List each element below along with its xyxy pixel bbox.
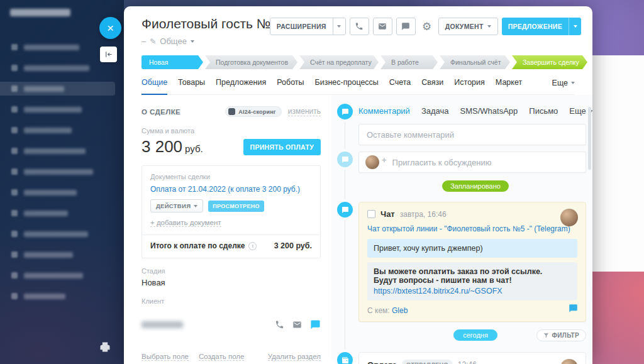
sidebar-item-blurred[interactable]	[0, 227, 115, 241]
call-button[interactable]	[350, 18, 369, 35]
chat-button[interactable]	[396, 18, 416, 35]
offer-button[interactable]: ПРЕДЛОЖЕНИЕ	[502, 18, 581, 35]
header-actions: РАСШИРЕНИЯ ⚙ ДОКУМЕНТ ПРЕДЛ	[270, 18, 581, 35]
timeline-tabs: Комментарий Задача SMS/WhatsApp Письмо Е…	[358, 106, 586, 116]
outgoing-line-2: Будут вопросы - пишите нам в чат!	[374, 276, 571, 285]
sidebar-item-blurred[interactable]	[0, 144, 115, 158]
document-label: ДОКУМЕНТ	[445, 23, 484, 30]
stage-docs-preparation[interactable]: Подготовка документов	[205, 55, 297, 69]
email-button[interactable]	[373, 18, 392, 35]
amount-field-label: Сумма и валюта	[142, 127, 321, 135]
deal-view-mode[interactable]: Общее	[160, 36, 187, 46]
document-button[interactable]: ДОКУМЕНТ	[438, 18, 498, 35]
chat-entry-icon	[337, 202, 353, 218]
chat-card-time: завтра, 16:46	[400, 210, 447, 219]
stage-new[interactable]: Новая	[142, 55, 203, 69]
panel-body: О СДЕЛКЕ AI24-скоринг изменить Сумма и в…	[124, 95, 592, 360]
sidebar-item-blurred[interactable]	[0, 268, 115, 282]
tab-relations[interactable]: Связи	[421, 78, 443, 95]
tab-general[interactable]: Общие	[142, 78, 167, 95]
info-icon[interactable]: i	[248, 242, 257, 250]
select-field-link[interactable]: Выбрать поле	[142, 353, 189, 361]
chat-bubble-icon	[401, 22, 410, 31]
stage-prepayment-invoice[interactable]: Счёт на предоплату	[299, 55, 379, 69]
invite-to-discussion[interactable]: + Пригласить к обсуждению	[358, 152, 586, 173]
planned-badge: Запланировано	[442, 180, 509, 192]
tab-offers[interactable]: Предложения	[216, 78, 266, 95]
deal-subtitle: – ✎ Общее	[142, 36, 270, 46]
sidebar-item-active-blurred[interactable]	[0, 82, 115, 96]
sidebar-item-blurred[interactable]	[0, 248, 115, 262]
contact-name-link[interactable]: Gleb	[392, 306, 408, 315]
phone-icon	[355, 22, 364, 31]
extensions-button[interactable]: РАСШИРЕНИЯ	[270, 18, 346, 35]
tab-invoices[interactable]: Счета	[389, 78, 411, 95]
close-slider-button[interactable]: ×	[99, 17, 121, 39]
tab-market[interactable]: Маркет	[496, 78, 522, 95]
client-row	[142, 314, 321, 335]
filter-button[interactable]: ФИЛЬТР	[536, 329, 587, 341]
client-chat-icon[interactable]	[310, 319, 321, 330]
payment-url-link[interactable]: https://bxtest124.bitrix24.ru/~GSOFX	[374, 287, 571, 295]
sidebar-item-blurred[interactable]	[0, 165, 115, 179]
stage-final-invoice[interactable]: Финальный счёт	[440, 55, 510, 69]
stage-field-value[interactable]: Новая	[142, 278, 321, 287]
payment-card-time: 12:46	[458, 360, 477, 364]
extensions-dropdown-arrow[interactable]	[333, 18, 345, 35]
edit-deal-link[interactable]: изменить	[288, 107, 321, 116]
sidebar-item-blurred[interactable]	[0, 102, 115, 116]
deal-amount: 3 200руб.	[142, 137, 203, 157]
timeline-tab-task[interactable]: Задача	[421, 106, 449, 116]
sidebar-item-blurred[interactable]	[0, 61, 115, 75]
settings-gear-button[interactable]: ⚙	[419, 18, 435, 35]
panel-scrollbar[interactable]	[588, 107, 591, 170]
client-call-icon[interactable]	[275, 320, 284, 329]
extensions-label: РАСШИРЕНИЯ	[270, 18, 333, 35]
tab-products[interactable]: Товары	[178, 78, 205, 95]
edit-title-icon[interactable]: ✎	[150, 37, 156, 46]
collapse-icon	[104, 50, 113, 58]
amount-currency: руб.	[185, 143, 203, 154]
tab-more[interactable]: Еще	[552, 79, 575, 94]
timeline-tab-sms-whatsapp[interactable]: SMS/WhatsApp	[460, 106, 518, 116]
sidebar-item-blurred[interactable]	[0, 206, 115, 220]
client-email-icon[interactable]	[292, 320, 302, 329]
client-name-blurred[interactable]	[142, 321, 183, 328]
comment-stream-icon	[337, 104, 353, 119]
ai-scoring-badge[interactable]: AI24-скоринг	[225, 106, 282, 117]
filter-label: ФИЛЬТР	[552, 332, 580, 339]
tab-business-processes[interactable]: Бизнес-процессы	[315, 78, 379, 95]
invite-label: Пригласить к обсуждению	[392, 158, 492, 167]
chat-checkbox[interactable]	[367, 210, 375, 218]
sidebar-item-blurred[interactable]	[0, 40, 115, 54]
create-field-link[interactable]: Создать поле	[199, 353, 244, 361]
offer-dropdown-arrow[interactable]	[569, 18, 581, 35]
timeline-tab-letter[interactable]: Письмо	[529, 106, 558, 116]
chevron-down-icon[interactable]	[191, 40, 194, 43]
tab-robots[interactable]: Роботы	[277, 78, 304, 95]
deal-tabs: Общие Товары Предложения Роботы Бизнес-п…	[142, 78, 575, 95]
deal-title[interactable]: Фиолетовый гость №5	[142, 16, 270, 31]
delete-section-link[interactable]: Удалить раздел	[268, 353, 321, 361]
document-actions-button[interactable]: ДЕЙСТВИЯ	[150, 199, 203, 212]
stage-close-deal[interactable]: Завершить сделку	[512, 55, 587, 69]
add-document-link[interactable]: + добавить документ	[150, 219, 221, 227]
subtitle-dash: –	[142, 36, 146, 46]
envelope-icon	[378, 22, 387, 31]
accept-payment-button[interactable]: ПРИНЯТЬ ОПЛАТУ	[243, 139, 321, 155]
printer-icon[interactable]	[98, 341, 112, 355]
payment-document-link[interactable]: Оплата от 21.04.2022 (к оплате 3 200 руб…	[150, 185, 312, 194]
timeline-tab-comment[interactable]: Комментарий	[358, 106, 410, 116]
sidebar-item-blurred[interactable]	[0, 289, 115, 303]
sidebar-item-blurred[interactable]	[0, 185, 115, 199]
tab-history[interactable]: История	[454, 78, 484, 95]
open-line-chat-link[interactable]: Чат открытой линии - "Фиолетовый гость №…	[367, 224, 577, 233]
collapse-slider-button[interactable]	[100, 47, 117, 62]
sidebar-item-blurred[interactable]	[0, 123, 115, 137]
amount-value: 3 200	[142, 137, 182, 156]
stage-in-progress[interactable]: В работе	[380, 55, 438, 69]
open-chat-icon[interactable]	[569, 304, 578, 316]
comment-input[interactable]	[358, 124, 586, 145]
sidebar-menu-blurred	[0, 40, 115, 303]
chevron-down-icon	[571, 82, 575, 84]
